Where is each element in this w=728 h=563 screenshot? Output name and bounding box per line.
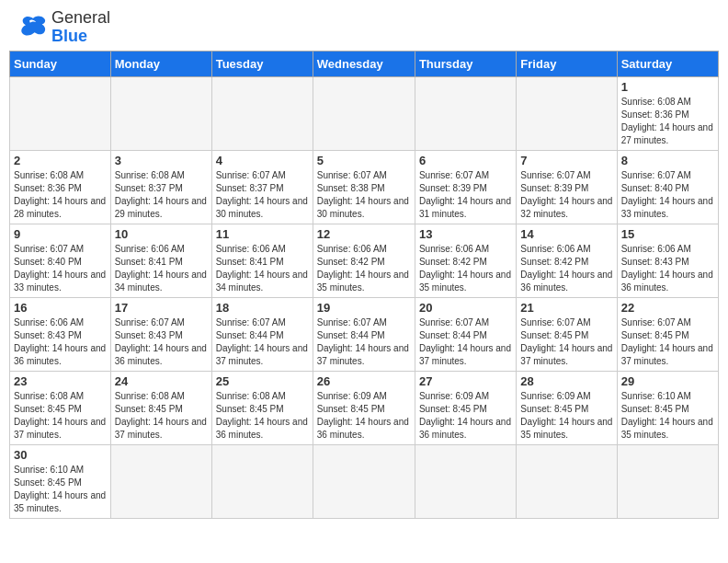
calendar-cell [517, 444, 617, 518]
day-info: Sunrise: 6:07 AMSunset: 8:40 PMDaylight:… [14, 243, 107, 294]
day-info: Sunrise: 6:09 AMSunset: 8:45 PMDaylight:… [419, 390, 512, 442]
day-info: Sunrise: 6:08 AMSunset: 8:45 PMDaylight:… [216, 390, 309, 442]
calendar-cell [10, 76, 111, 150]
day-number: 5 [317, 154, 411, 167]
calendar-cell [517, 76, 617, 150]
calendar-cell: 1Sunrise: 6:08 AMSunset: 8:36 PMDaylight… [617, 76, 718, 150]
calendar-cell: 15Sunrise: 6:06 AMSunset: 8:43 PMDayligh… [617, 224, 718, 297]
calendar-cell [211, 444, 313, 518]
day-info: Sunrise: 6:09 AMSunset: 8:45 PMDaylight:… [520, 390, 612, 442]
day-info: Sunrise: 6:07 AMSunset: 8:45 PMDaylight:… [520, 316, 612, 368]
day-number: 7 [520, 154, 612, 167]
day-info: Sunrise: 6:06 AMSunset: 8:43 PMDaylight:… [14, 316, 107, 368]
calendar-cell [110, 76, 211, 150]
calendar-cell: 25Sunrise: 6:08 AMSunset: 8:45 PMDayligh… [211, 371, 313, 444]
calendar-cell: 5Sunrise: 6:07 AMSunset: 8:38 PMDaylight… [313, 150, 415, 224]
day-info: Sunrise: 6:07 AMSunset: 8:45 PMDaylight:… [621, 316, 714, 368]
calendar-cell: 2Sunrise: 6:08 AMSunset: 8:36 PMDaylight… [10, 150, 111, 224]
calendar-cell [313, 444, 415, 518]
calendar-week-3: 9Sunrise: 6:07 AMSunset: 8:40 PMDaylight… [10, 224, 719, 297]
calendar-cell [110, 444, 211, 518]
day-number: 11 [216, 227, 309, 241]
day-number: 21 [520, 301, 612, 315]
calendar-cell: 28Sunrise: 6:09 AMSunset: 8:45 PMDayligh… [517, 371, 617, 444]
calendar-cell: 13Sunrise: 6:06 AMSunset: 8:42 PMDayligh… [415, 224, 516, 297]
day-number: 23 [14, 374, 107, 388]
day-info: Sunrise: 6:08 AMSunset: 8:45 PMDaylight:… [115, 390, 208, 442]
day-number: 28 [520, 374, 612, 388]
day-number: 13 [419, 227, 512, 241]
calendar-cell: 23Sunrise: 6:08 AMSunset: 8:45 PMDayligh… [10, 371, 111, 444]
day-info: Sunrise: 6:09 AMSunset: 8:45 PMDaylight:… [317, 390, 411, 442]
calendar-week-1: 1Sunrise: 6:08 AMSunset: 8:36 PMDaylight… [10, 76, 719, 150]
day-info: Sunrise: 6:07 AMSunset: 8:44 PMDaylight:… [216, 316, 309, 368]
logo: General Blue [18, 9, 110, 46]
calendar-cell: 30Sunrise: 6:10 AMSunset: 8:45 PMDayligh… [10, 444, 111, 518]
day-info: Sunrise: 6:07 AMSunset: 8:44 PMDaylight:… [317, 316, 411, 368]
day-info: Sunrise: 6:08 AMSunset: 8:36 PMDaylight:… [621, 96, 714, 147]
day-number: 9 [14, 227, 107, 241]
day-number: 22 [621, 301, 714, 315]
day-info: Sunrise: 6:10 AMSunset: 8:45 PMDaylight:… [14, 464, 107, 515]
calendar-cell: 18Sunrise: 6:07 AMSunset: 8:44 PMDayligh… [211, 297, 313, 371]
calendar-cell: 14Sunrise: 6:06 AMSunset: 8:42 PMDayligh… [517, 224, 617, 297]
day-info: Sunrise: 6:07 AMSunset: 8:44 PMDaylight:… [419, 316, 512, 368]
calendar-cell: 20Sunrise: 6:07 AMSunset: 8:44 PMDayligh… [415, 297, 516, 371]
logo-text: General Blue [51, 9, 110, 46]
weekday-header-saturday: Saturday [617, 51, 718, 76]
day-info: Sunrise: 6:07 AMSunset: 8:39 PMDaylight:… [520, 169, 612, 221]
weekday-header-sunday: Sunday [10, 51, 111, 76]
day-info: Sunrise: 6:07 AMSunset: 8:40 PMDaylight:… [621, 169, 714, 221]
weekday-header-thursday: Thursday [415, 51, 516, 76]
calendar-cell: 11Sunrise: 6:06 AMSunset: 8:41 PMDayligh… [211, 224, 313, 297]
weekday-header-friday: Friday [517, 51, 617, 76]
calendar-table: SundayMondayTuesdayWednesdayThursdayFrid… [9, 51, 719, 519]
calendar-cell: 19Sunrise: 6:07 AMSunset: 8:44 PMDayligh… [313, 297, 415, 371]
day-number: 4 [216, 154, 309, 167]
day-info: Sunrise: 6:06 AMSunset: 8:41 PMDaylight:… [115, 243, 208, 294]
day-number: 20 [419, 301, 512, 315]
weekday-header-monday: Monday [110, 51, 211, 76]
day-number: 8 [621, 154, 714, 167]
weekday-header-tuesday: Tuesday [211, 51, 313, 76]
day-info: Sunrise: 6:07 AMSunset: 8:43 PMDaylight:… [115, 316, 208, 368]
calendar-cell: 12Sunrise: 6:06 AMSunset: 8:42 PMDayligh… [313, 224, 415, 297]
calendar-cell: 6Sunrise: 6:07 AMSunset: 8:39 PMDaylight… [415, 150, 516, 224]
calendar-cell: 10Sunrise: 6:06 AMSunset: 8:41 PMDayligh… [110, 224, 211, 297]
day-info: Sunrise: 6:08 AMSunset: 8:45 PMDaylight:… [14, 390, 107, 442]
day-info: Sunrise: 6:07 AMSunset: 8:39 PMDaylight:… [419, 169, 512, 221]
calendar-cell: 16Sunrise: 6:06 AMSunset: 8:43 PMDayligh… [10, 297, 111, 371]
calendar-week-4: 16Sunrise: 6:06 AMSunset: 8:43 PMDayligh… [10, 297, 719, 371]
day-number: 29 [621, 374, 714, 388]
day-info: Sunrise: 6:06 AMSunset: 8:43 PMDaylight:… [621, 243, 714, 294]
weekday-header-row: SundayMondayTuesdayWednesdayThursdayFrid… [10, 51, 719, 76]
day-number: 1 [621, 80, 714, 94]
day-info: Sunrise: 6:07 AMSunset: 8:37 PMDaylight:… [216, 169, 309, 221]
day-number: 10 [115, 227, 208, 241]
calendar-cell: 24Sunrise: 6:08 AMSunset: 8:45 PMDayligh… [110, 371, 211, 444]
calendar-week-5: 23Sunrise: 6:08 AMSunset: 8:45 PMDayligh… [10, 371, 719, 444]
day-info: Sunrise: 6:06 AMSunset: 8:42 PMDaylight:… [317, 243, 411, 294]
day-number: 16 [14, 301, 107, 315]
day-info: Sunrise: 6:10 AMSunset: 8:45 PMDaylight:… [621, 390, 714, 442]
calendar-cell: 21Sunrise: 6:07 AMSunset: 8:45 PMDayligh… [517, 297, 617, 371]
day-info: Sunrise: 6:06 AMSunset: 8:42 PMDaylight:… [520, 243, 612, 294]
header: General Blue [0, 0, 728, 51]
calendar-cell [313, 76, 415, 150]
calendar-cell: 29Sunrise: 6:10 AMSunset: 8:45 PMDayligh… [617, 371, 718, 444]
day-number: 30 [14, 448, 107, 462]
day-number: 26 [317, 374, 411, 388]
day-number: 17 [115, 301, 208, 315]
calendar-week-6: 30Sunrise: 6:10 AMSunset: 8:45 PMDayligh… [10, 444, 719, 518]
calendar-cell: 3Sunrise: 6:08 AMSunset: 8:37 PMDaylight… [110, 150, 211, 224]
day-number: 27 [419, 374, 512, 388]
calendar-cell: 27Sunrise: 6:09 AMSunset: 8:45 PMDayligh… [415, 371, 516, 444]
calendar-cell: 8Sunrise: 6:07 AMSunset: 8:40 PMDaylight… [617, 150, 718, 224]
day-number: 25 [216, 374, 309, 388]
day-number: 6 [419, 154, 512, 167]
day-number: 24 [115, 374, 208, 388]
calendar-cell: 22Sunrise: 6:07 AMSunset: 8:45 PMDayligh… [617, 297, 718, 371]
calendar-cell: 17Sunrise: 6:07 AMSunset: 8:43 PMDayligh… [110, 297, 211, 371]
day-number: 18 [216, 301, 309, 315]
weekday-header-wednesday: Wednesday [313, 51, 415, 76]
